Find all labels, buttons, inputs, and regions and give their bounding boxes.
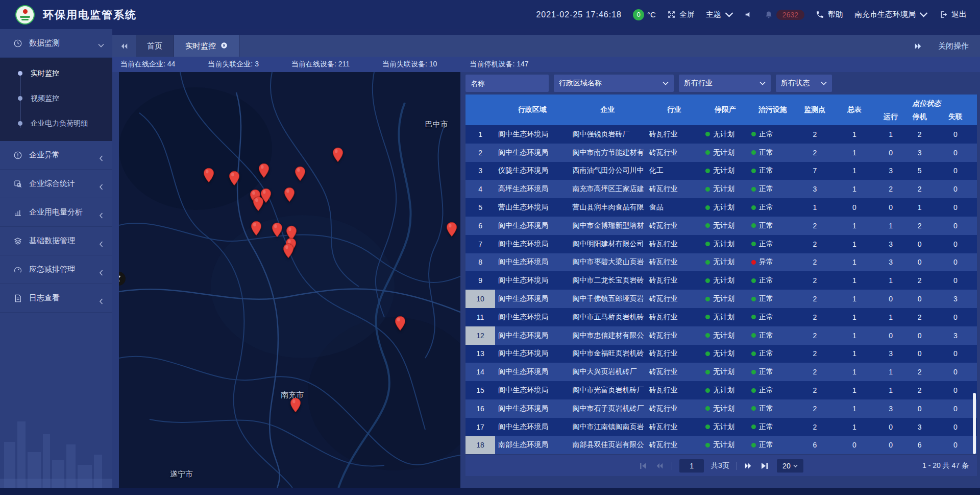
production-plan-text: 无计划 (713, 367, 734, 376)
table-row[interactable]: 9阆中生态环境局阆中市二龙长宝页岩砖砖瓦行业无计划正常21120 (465, 271, 977, 290)
table-row[interactable]: 1阆中生态环境局阆中强锐页岩砖厂砖瓦行业无计划正常21120 (465, 125, 977, 144)
facility-status-cell: 正常 (748, 349, 797, 358)
table-row[interactable]: 15阆中生态环境局阆中市光富页岩机砖厂砖瓦行业无计划正常21120 (465, 381, 977, 399)
page-size-select[interactable]: 20 (777, 459, 803, 473)
map-pin-icon[interactable] (203, 168, 214, 183)
map-pin-icon[interactable] (272, 222, 283, 238)
sidebar-item-basic-data[interactable]: 基础数据管理 (0, 227, 112, 255)
close-operations-button[interactable]: 关闭操作 (938, 41, 969, 51)
running-count-cell: 0 (876, 423, 905, 431)
table-row[interactable]: 2阆中生态环境局阆中市南方节能建材有砖瓦行业无计划正常21030 (465, 144, 977, 162)
table-row[interactable]: 8阆中生态环境局阆中市枣碧大梁山页岩砖瓦行业无计划异常21300 (465, 253, 977, 272)
running-count-cell: 0 (876, 332, 905, 340)
map-pin-icon[interactable] (284, 187, 295, 202)
sidebar-item-enterprise-statistics[interactable]: 企业综合统计 (0, 170, 112, 198)
page-number-input[interactable]: 1 (679, 459, 704, 473)
first-page-button[interactable] (639, 462, 648, 469)
stats-bar: 当前在线企业: 44当前失联企业: 3当前在线设备: 211当前失联设备: 10… (112, 57, 980, 72)
tab-close-icon[interactable] (220, 42, 228, 51)
production-plan-cell: 无计划 (702, 276, 748, 285)
production-plan-text: 无计划 (713, 440, 734, 450)
map-pin-icon[interactable] (283, 243, 294, 258)
facility-status-cell: 正常 (748, 331, 797, 340)
user-menu[interactable]: 南充市生态环境局 (854, 10, 928, 19)
industry-filter-select[interactable]: 所有行业 (679, 75, 771, 92)
table-row[interactable]: 4高坪生态环境局南充市高坪区王家店建砖瓦行业无计划正常31220 (465, 180, 977, 198)
row-index-cell: 6 (465, 217, 495, 235)
map-pin-icon[interactable] (290, 397, 301, 413)
map-pin-icon[interactable] (258, 163, 270, 178)
company-cell: 阆中大兴页岩机砖厂 (569, 367, 646, 376)
notifications-button[interactable]: 2632 (765, 10, 804, 20)
production-plan-cell: 无计划 (702, 404, 748, 413)
running-count-cell: 1 (876, 130, 905, 138)
next-page-button[interactable] (744, 462, 753, 469)
pagination-controls: 1 共3页 20 (639, 459, 803, 473)
table-row[interactable]: 12阆中生态环境局阆中市忠信建材有限公砖瓦行业无计划正常21003 (465, 326, 977, 345)
table-scrollbar-thumb[interactable] (973, 393, 976, 454)
tab-home[interactable]: 首页 (136, 35, 174, 57)
map-pin-icon[interactable] (332, 147, 344, 162)
map-pin-icon[interactable] (229, 171, 240, 186)
production-plan-text: 无计划 (713, 294, 734, 303)
tabs-scroll-left-button[interactable] (112, 35, 136, 57)
table-row[interactable]: 3仪陇生态环境局西南油气田分公司川中化工无计划正常71350 (465, 162, 977, 180)
region-cell: 阆中生态环境局 (495, 349, 569, 358)
map-pin-icon[interactable] (395, 316, 406, 331)
tabs-scroll-right-button[interactable] (906, 43, 930, 50)
company-cell: 阆中市忠信建材有限公 (569, 331, 646, 340)
col-status-group: 点位状态 (876, 99, 977, 108)
map-pin-icon[interactable] (446, 222, 457, 237)
table-row[interactable]: 16阆中生态环境局阆中市石子页岩机砖厂砖瓦行业无计划正常21300 (465, 399, 977, 418)
table-row[interactable]: 5营山生态环境局营山县润丰肉食品有限食品无计划正常10010 (465, 198, 977, 217)
meter-count-cell: 1 (832, 222, 876, 230)
tab-realtime[interactable]: 实时监控 (174, 35, 239, 57)
facility-status-cell: 正常 (748, 422, 797, 432)
fullscreen-button[interactable]: 全屏 (667, 10, 695, 19)
sidebar-item-video-monitoring[interactable]: 视频监控 (0, 86, 112, 111)
row-index-cell: 9 (465, 271, 495, 290)
record-range-label: 1 - 20 共 47 条 (922, 461, 969, 470)
sidebar-item-power-analysis[interactable]: 企业用电量分析 (0, 198, 112, 227)
double-chevron-right-icon (744, 462, 752, 469)
production-plan-cell: 无计划 (702, 422, 748, 432)
production-plan-cell: 无计划 (702, 240, 748, 249)
sidebar-item-log-view[interactable]: 日志查看 (0, 284, 112, 313)
stat-value: 211 (338, 60, 350, 68)
region-filter-select[interactable]: 行政区域名称 (554, 75, 674, 92)
sidebar-item-realtime-monitoring[interactable]: 实时监控 (0, 61, 112, 86)
theme-button[interactable]: 主题 (706, 10, 733, 19)
table-row[interactable]: 11阆中生态环境局阆中市五马桥页岩机砖砖瓦行业无计划正常21120 (465, 308, 977, 326)
offline-count-cell: 0 (934, 349, 977, 358)
meter-count-cell: 1 (832, 167, 876, 175)
map-pin-icon[interactable] (295, 166, 306, 181)
meter-count-cell: 1 (832, 368, 876, 376)
production-plan-cell: 无计划 (702, 331, 748, 340)
sidebar-item-data-monitoring[interactable]: 数据监测 (0, 29, 112, 58)
sidebar-item-power-load-detail[interactable]: 企业电力负荷明细 (0, 111, 112, 136)
map-pin-icon[interactable] (253, 196, 264, 211)
last-page-button[interactable] (761, 462, 770, 469)
table-row[interactable]: 14阆中生态环境局阆中大兴页岩机砖厂砖瓦行业无计划正常21120 (465, 363, 977, 381)
sound-button[interactable] (745, 10, 753, 19)
table-row[interactable]: 6阆中生态环境局阆中市金博瑞新型墙材砖瓦行业无计划正常21120 (465, 217, 977, 235)
table-row[interactable]: 13阆中生态环境局阆中市金福旺页岩机砖砖瓦行业无计划正常21300 (465, 345, 977, 363)
table-row[interactable]: 7阆中生态环境局阆中明阳建材有限公司砖瓦行业无计划正常21300 (465, 235, 977, 253)
sidebar-item-emergency-reduction[interactable]: 应急减排管理 (0, 255, 112, 284)
stat-label: 当前失联企业: (208, 60, 255, 68)
name-filter-input[interactable] (465, 75, 549, 92)
region-cell: 阆中生态环境局 (495, 240, 569, 249)
production-plan-cell: 无计划 (702, 166, 748, 175)
map-pin-icon[interactable] (251, 221, 262, 236)
status-dot-green (751, 351, 756, 356)
table-row[interactable]: 18南部生态环境局南部县双佳页岩有限公砖瓦行业无计划正常60060 (465, 436, 977, 455)
sidebar-item-enterprise-abnormal[interactable]: 企业异常 (0, 141, 112, 170)
map-canvas[interactable]: 巴中市南充市遂宁市 (119, 72, 460, 488)
table-row[interactable]: 10阆中生态环境局阆中千佛镇五郎垭页岩砖瓦行业无计划正常21003 (465, 290, 977, 308)
status-filter-select[interactable]: 所有状态 (776, 75, 832, 92)
table-row[interactable]: 17阆中生态环境局阆中市江南镇阆南页岩砖瓦行业无计划正常21030 (465, 418, 977, 436)
logout-button[interactable]: 退出 (939, 10, 967, 19)
row-index-cell: 15 (465, 381, 495, 399)
prev-page-button[interactable] (655, 462, 665, 469)
help-button[interactable]: 帮助 (816, 10, 843, 19)
